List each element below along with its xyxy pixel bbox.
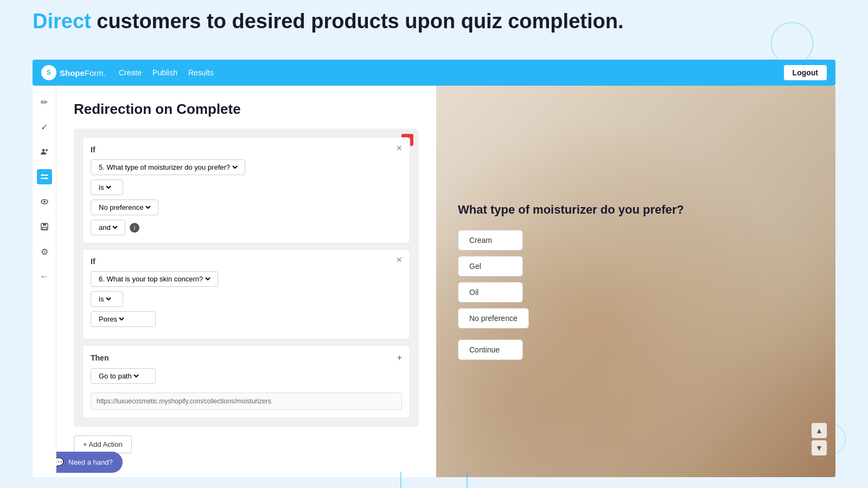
question-row-2: 6. What is your top skin concern? — [91, 271, 402, 287]
action-select[interactable]: Go to path — [91, 368, 156, 384]
answer-dropdown-2[interactable]: Pores — [97, 314, 126, 324]
question-dropdown-2[interactable]: 6. What is your top skin concern? — [97, 274, 212, 284]
connector-dropdown[interactable]: and — [97, 223, 119, 232]
hero-heading: Direct customers to desired products upo… — [33, 10, 623, 33]
question-dropdown-1[interactable]: 5. What type of moisturizer do you prefe… — [97, 163, 239, 172]
then-plus-icon[interactable]: + — [397, 353, 402, 363]
preview-option-cream[interactable]: Cream — [458, 230, 523, 251]
add-action-button[interactable]: + Add Action — [74, 435, 132, 453]
deco-circle-tr — [770, 22, 814, 65]
content-panel: Redirection on Complete ✕ If ✕ 5. What t… — [56, 86, 436, 477]
operator-dropdown-2[interactable]: is — [97, 294, 113, 304]
question-select-1[interactable]: 5. What type of moisturizer do you prefe… — [91, 159, 245, 175]
answer-row-2-close[interactable]: ✕ — [394, 255, 404, 265]
scroll-up-arrow[interactable]: ▲ — [812, 423, 827, 438]
sidebar-icons: ✏ ✓ ⚙ ← — [33, 86, 56, 477]
panel-title: Redirection on Complete — [74, 101, 419, 118]
svg-point-1 — [46, 149, 48, 151]
preview-option-gel[interactable]: Gel — [458, 256, 523, 277]
navbar-nav: Create Publish Results — [119, 68, 784, 77]
sidebar-icon-settings[interactable]: ⚙ — [37, 244, 52, 259]
preview-continue-button[interactable]: Continue — [458, 339, 523, 360]
operator-select-1[interactable]: is — [91, 179, 123, 195]
question-row-1: 5. What type of moisturizer do you prefe… — [91, 159, 402, 175]
preview-panel: What type of moisturizer do you prefer? … — [436, 86, 835, 477]
sidebar-icon-sliders[interactable] — [37, 169, 52, 184]
hero-rest: customers to desired products upon quiz … — [91, 10, 624, 33]
nav-publish[interactable]: Publish — [152, 68, 177, 77]
help-label: Need a hand? — [68, 458, 113, 466]
divider-2 — [467, 472, 468, 488]
rule-card: ✕ If ✕ 5. What type of moisturizer do yo… — [74, 129, 419, 427]
scroll-down-arrow[interactable]: ▼ — [812, 440, 827, 455]
connector-select[interactable]: and — [91, 220, 125, 235]
svg-point-4 — [42, 174, 44, 176]
sidebar-icon-edit[interactable]: ✏ — [37, 94, 52, 110]
sidebar-icon-check[interactable]: ✓ — [37, 119, 52, 134]
operator-row-2: is — [91, 291, 402, 307]
answer-select-1[interactable]: No preference — [91, 200, 158, 215]
main-area: ✏ ✓ ⚙ ← Redirection on Complete ✕ If ✕ — [33, 86, 835, 477]
nav-results[interactable]: Results — [188, 68, 214, 77]
answer-dropdown-1[interactable]: No preference — [97, 203, 152, 212]
navbar-brand-text: ShopeForm. — [60, 68, 106, 78]
if-label-2: If — [91, 257, 402, 266]
navbar-logo: S — [41, 65, 56, 80]
bottom-dividers — [400, 472, 468, 488]
navbar-brand: S ShopeForm. — [41, 65, 106, 80]
answer-row-2: Pores ✕ — [91, 311, 402, 327]
action-row: Go to path — [91, 368, 402, 384]
if-block-1: If ✕ 5. What type of moisturizer do you … — [82, 137, 410, 243]
if-block-1-close[interactable]: ✕ — [394, 143, 404, 153]
then-header: Then + — [91, 353, 402, 363]
sidebar-icon-save[interactable] — [37, 219, 52, 234]
answer-select-2[interactable]: Pores — [91, 311, 156, 327]
svg-point-7 — [43, 201, 46, 203]
hero-direct: Direct — [33, 10, 91, 33]
svg-rect-10 — [42, 227, 47, 229]
svg-point-5 — [45, 177, 47, 179]
question-select-2[interactable]: 6. What is your top skin concern? — [91, 271, 218, 287]
operator-row-1: is — [91, 179, 402, 195]
operator-dropdown-1[interactable]: is — [97, 183, 113, 192]
logout-button[interactable]: Logout — [784, 65, 827, 80]
if-block-2: If 6. What is your top skin concern? is — [82, 249, 410, 339]
sidebar-icon-back[interactable]: ← — [37, 269, 52, 284]
answer-row-1: No preference — [91, 200, 402, 215]
url-input[interactable] — [91, 393, 402, 410]
if-label-1: If — [91, 145, 402, 154]
nav-create[interactable]: Create — [119, 68, 142, 77]
preview-option-oil[interactable]: Oil — [458, 282, 523, 303]
scroll-arrows: ▲ ▼ — [812, 423, 827, 455]
preview-overlay: What type of moisturizer do you prefer? … — [436, 86, 835, 477]
divider-1 — [400, 472, 401, 488]
action-dropdown[interactable]: Go to path — [97, 371, 141, 381]
then-block: Then + Go to path — [82, 345, 410, 418]
info-icon[interactable]: i — [130, 223, 139, 233]
operator-select-2[interactable]: is — [91, 291, 123, 307]
preview-option-no-preference[interactable]: No preference — [458, 308, 529, 329]
sidebar-icon-users[interactable] — [37, 144, 52, 159]
then-label: Then — [91, 354, 108, 362]
preview-question: What type of moisturizer do you prefer? — [458, 203, 684, 217]
sidebar-icon-eye[interactable] — [37, 194, 52, 209]
navbar: S ShopeForm. Create Publish Results Logo… — [33, 60, 835, 86]
connector-row: and i — [91, 220, 402, 235]
svg-rect-9 — [43, 223, 46, 226]
svg-point-0 — [42, 149, 44, 152]
